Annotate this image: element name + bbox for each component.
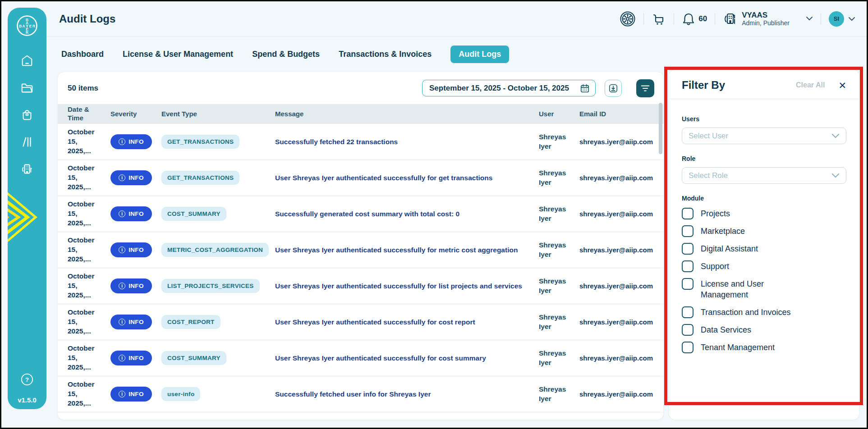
user-menu[interactable]: SI <box>829 11 855 27</box>
column-header[interactable]: Event Type <box>161 110 275 119</box>
date-range-picker[interactable]: September 15, 2025 - October 15, 2025 <box>422 80 596 96</box>
org-role: Admin, Publisher <box>742 19 790 27</box>
column-header[interactable]: Email ID <box>579 110 663 119</box>
checkbox[interactable] <box>682 324 693 336</box>
cell-datetime: October 15, 2025,... <box>68 308 104 336</box>
items-count: 50 items <box>68 84 98 93</box>
table-row[interactable]: October 15, 2025,... iINFO COST_SUMMARY … <box>58 196 663 232</box>
app-window: B A B A Y E R E R <box>0 0 868 429</box>
divider <box>643 13 644 25</box>
sidebar-item-library[interactable] <box>19 135 35 149</box>
cell-message: Successfully generated cost summary with… <box>275 210 539 218</box>
cart-button[interactable] <box>652 12 666 26</box>
cell-datetime: October 15, 2025,... <box>68 380 104 408</box>
help-icon: ? <box>20 373 34 386</box>
folder-icon <box>20 81 34 95</box>
module-checkbox-row[interactable]: License and User Management <box>682 278 846 301</box>
tab[interactable]: Dashboard <box>61 50 104 59</box>
cell-email: shreyas.iyer@aiip.com <box>579 138 663 146</box>
table-row[interactable]: October 15, 2025,... iINFO LIST_PROJECTS… <box>58 268 663 304</box>
table-row[interactable]: October 15, 2025,... iINFO METRIC_COST_A… <box>58 232 663 268</box>
table-row[interactable]: October 15, 2025,... iINFO user-info Suc… <box>58 376 663 412</box>
checkbox[interactable] <box>682 243 693 255</box>
settings-button[interactable] <box>620 11 636 27</box>
table-row[interactable]: October 15, 2025,... iINFO GET_TRANSACTI… <box>58 124 663 160</box>
severity-badge: iINFO <box>110 315 152 329</box>
divider <box>674 13 674 25</box>
page-title: Audit Logs <box>59 13 115 25</box>
users-label: Users <box>682 115 846 123</box>
info-icon: i <box>119 319 125 325</box>
tab[interactable]: Audit Logs <box>450 46 509 63</box>
bag-icon <box>20 108 34 122</box>
cell-email: shreyas.iyer@aiip.com <box>579 282 663 290</box>
cell-datetime: October 15, 2025,... <box>68 236 104 264</box>
table-row[interactable]: October 15, 2025,... iINFO GET_TRANSACTI… <box>58 160 663 196</box>
module-checkbox-row[interactable]: Support <box>682 260 846 272</box>
user-select[interactable]: Select User <box>682 128 846 144</box>
help-button[interactable]: ? <box>20 373 34 388</box>
event-type-badge: COST_SUMMARY <box>161 351 226 365</box>
app-version: v1.5.0 <box>8 396 46 404</box>
cell-event-type: GET_TRANSACTIONS <box>161 171 275 185</box>
severity-badge: iINFO <box>110 134 152 149</box>
module-checkbox-row[interactable]: Marketplace <box>682 225 846 237</box>
cell-email: shreyas.iyer@aiip.com <box>579 246 663 254</box>
severity-label: INFO <box>129 319 143 325</box>
module-checkbox-row[interactable]: Tenant Management <box>682 342 846 353</box>
cell-email: shreyas.iyer@aiip.com <box>579 318 663 326</box>
module-checkbox-row[interactable]: Transaction and Invoices <box>682 306 846 318</box>
sidebar-item-enterprise[interactable] <box>19 162 35 176</box>
top-header: Audit Logs 60 VYAAS Admin, Publisher <box>46 1 867 37</box>
column-header[interactable]: User <box>539 110 579 119</box>
cell-user: Shreyas Iyer <box>539 132 573 151</box>
severity-label: INFO <box>129 391 143 397</box>
table-row-partial[interactable]: October <box>58 412 663 420</box>
tab[interactable]: Transactions & Invoices <box>339 50 432 59</box>
cell-event-type: COST_REPORT <box>161 315 275 329</box>
organization-menu[interactable]: VYAAS Admin, Publisher <box>723 11 813 27</box>
module-checkbox-row[interactable]: Data Services <box>682 324 846 336</box>
checkbox[interactable] <box>682 208 693 219</box>
checkbox[interactable] <box>682 306 693 318</box>
chevron-down-icon <box>848 17 855 21</box>
checkbox-label: Data Services <box>701 324 751 335</box>
clear-all-button[interactable]: Clear All <box>796 81 825 89</box>
filter-panel-header: Filter By Clear All ✕ <box>682 79 846 91</box>
role-select[interactable]: Select Role <box>682 167 846 184</box>
filter-button[interactable] <box>636 79 654 97</box>
cell-user: Shreyas Iyer <box>539 205 573 223</box>
severity-badge: iINFO <box>110 278 152 293</box>
table-toolbar: 50 items September 15, 2025 - October 15… <box>58 72 663 104</box>
column-header[interactable]: Date & Time <box>68 105 110 123</box>
checkbox[interactable] <box>682 225 693 237</box>
svg-text:R: R <box>26 31 28 35</box>
checkbox[interactable] <box>682 278 693 290</box>
column-header[interactable]: Severity <box>110 110 161 119</box>
info-icon: i <box>119 210 125 217</box>
module-checkbox-row[interactable]: Digital Assistant <box>682 243 846 255</box>
download-button[interactable] <box>605 80 622 97</box>
severity-badge: iINFO <box>110 351 152 365</box>
column-header[interactable]: Message <box>275 110 539 119</box>
info-icon: i <box>119 138 125 145</box>
table-row[interactable]: October 15, 2025,... iINFO COST_SUMMARY … <box>58 340 663 376</box>
close-icon: ✕ <box>838 80 846 91</box>
sidebar-item-projects[interactable] <box>19 81 35 95</box>
tab[interactable]: License & User Management <box>123 50 233 59</box>
sidebar-item-home[interactable] <box>19 54 35 68</box>
table-scrollbar[interactable] <box>659 103 662 154</box>
sidebar-item-marketplace[interactable] <box>19 108 35 122</box>
checkbox[interactable] <box>682 342 693 353</box>
checkbox[interactable] <box>682 260 693 272</box>
event-type-badge: LIST_PROJECTS_SERVICES <box>161 279 260 293</box>
table-row[interactable]: October 15, 2025,... iINFO COST_REPORT U… <box>58 304 663 340</box>
notifications-button[interactable]: 60 <box>682 12 707 26</box>
cell-user: Shreyas Iyer <box>539 385 573 403</box>
severity-badge: iINFO <box>110 170 152 185</box>
checkbox-label: Tenant Management <box>701 342 775 353</box>
module-checkbox-row[interactable]: Projects <box>682 208 846 219</box>
tab[interactable]: Spend & Budgets <box>252 50 320 59</box>
role-select-placeholder: Select Role <box>689 171 728 180</box>
close-button[interactable]: ✕ <box>838 81 846 90</box>
